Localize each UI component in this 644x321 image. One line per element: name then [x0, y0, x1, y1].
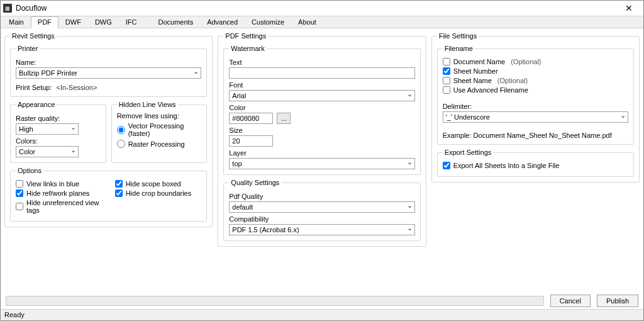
tab-about[interactable]: About: [291, 16, 323, 28]
compat-combo[interactable]: [229, 224, 414, 235]
wm-color-input[interactable]: [229, 113, 273, 124]
delimiter-label: Delimiter:: [443, 103, 628, 110]
printer-name-combo[interactable]: [16, 67, 201, 79]
pdf-settings-legend: PDF Settings: [223, 32, 268, 40]
app-icon: ▦: [3, 4, 12, 13]
publish-button[interactable]: Publish: [597, 295, 638, 307]
colors-label: Colors:: [16, 137, 101, 145]
appearance-group: Appearance Raster quality: Colors:: [10, 101, 106, 163]
colors-combo[interactable]: [16, 146, 79, 157]
title-bar: ▦ Docuflow ✕: [1, 1, 643, 16]
hidden-line-views-group: Hidden Line Views Remove lines using: Ve…: [111, 101, 208, 163]
pdf-quality-combo[interactable]: [229, 201, 414, 213]
quality-legend: Quality Settings: [229, 179, 281, 186]
tab-dwg[interactable]: DWG: [88, 16, 119, 28]
doc-name-checkbox[interactable]: Document Name(Optional): [443, 58, 628, 65]
wm-color-label: Color: [229, 104, 414, 111]
tab-dwf[interactable]: DWF: [58, 16, 88, 28]
status-bar: Ready: [1, 309, 643, 320]
vector-processing-input[interactable]: [117, 126, 125, 134]
file-settings-group: File Settings Filename Document Name(Opt…: [431, 32, 640, 183]
raster-processing-label: Raster Processing: [128, 140, 185, 148]
appearance-legend: Appearance: [16, 101, 57, 108]
pdf-quality-label: Pdf Quality: [229, 193, 414, 200]
printer-name-label: Name:: [16, 59, 201, 66]
raster-processing-radio[interactable]: Raster Processing: [117, 140, 202, 148]
watermark-group: Watermark Text Font Color ... Size Layer: [223, 45, 420, 175]
delimiter-combo[interactable]: [443, 111, 628, 123]
export-single-checkbox[interactable]: Export All Sheets Into a Single File: [443, 162, 628, 169]
print-setup-label: Print Setup:: [16, 84, 52, 91]
wm-layer-combo[interactable]: [229, 158, 414, 169]
export-legend: Export Settings: [443, 149, 494, 156]
hide-ref-checkbox[interactable]: Hide ref/work planes: [16, 189, 103, 197]
wm-layer-label: Layer: [229, 149, 414, 157]
compat-label: Compatibility: [229, 215, 414, 223]
progress-bar: [6, 296, 544, 306]
tab-pdf[interactable]: PDF: [31, 16, 58, 28]
close-button[interactable]: ✕: [617, 1, 641, 15]
hide-crop-checkbox[interactable]: Hide crop boundaries: [115, 189, 202, 197]
quality-settings-group: Quality Settings Pdf Quality Compatibili…: [223, 179, 420, 241]
hide-unref-checkbox[interactable]: Hide unreferenced view tags: [16, 199, 103, 214]
sheet-number-checkbox[interactable]: Sheet Number: [443, 67, 628, 75]
revit-settings-group: Revit Settings Printer Name: Print Setup…: [4, 32, 213, 227]
hide-scope-checkbox[interactable]: Hide scope boxed: [115, 180, 202, 188]
tab-ifc[interactable]: IFC: [119, 16, 144, 28]
vector-processing-label: Vector Processing (faster): [128, 122, 202, 137]
revit-settings-legend: Revit Settings: [10, 32, 57, 40]
raster-processing-input[interactable]: [117, 140, 125, 148]
tab-customize[interactable]: Customize: [245, 16, 291, 28]
options-legend: Options: [16, 167, 43, 174]
printer-group: Printer Name: Print Setup: <In-Session>: [10, 45, 207, 97]
vector-processing-radio[interactable]: Vector Processing (faster): [117, 122, 202, 137]
wm-text-input[interactable]: [229, 67, 414, 79]
options-group: Options View links in blue Hide ref/work…: [10, 167, 207, 222]
tab-main[interactable]: Main: [2, 16, 31, 28]
wm-text-label: Text: [229, 59, 414, 66]
wm-font-label: Font: [229, 81, 414, 89]
print-setup-value: <In-Session>: [57, 84, 97, 91]
tab-advanced[interactable]: Advanced: [200, 16, 245, 28]
wm-size-label: Size: [229, 127, 414, 134]
tab-documents[interactable]: Documents: [152, 16, 201, 28]
view-links-checkbox[interactable]: View links in blue: [16, 180, 103, 188]
remove-lines-label: Remove lines using:: [117, 112, 202, 120]
content-area: Revit Settings Printer Name: Print Setup…: [1, 28, 643, 293]
sheet-name-checkbox[interactable]: Sheet Name(Optional): [443, 77, 628, 84]
export-settings-group: Export Settings Export All Sheets Into a…: [437, 149, 634, 177]
status-text: Ready: [4, 311, 25, 318]
advanced-filename-checkbox[interactable]: Use Advanced Filename: [443, 86, 628, 94]
hidden-line-legend: Hidden Line Views: [117, 101, 178, 108]
file-settings-legend: File Settings: [437, 32, 479, 40]
printer-legend: Printer: [16, 45, 40, 52]
watermark-legend: Watermark: [229, 45, 266, 52]
wm-font-combo[interactable]: [229, 90, 414, 101]
filename-group: Filename Document Name(Optional) Sheet N…: [437, 45, 634, 145]
tab-bar: Main PDF DWF DWG IFC Documents Advanced …: [1, 16, 643, 28]
raster-quality-label: Raster quality:: [16, 115, 101, 122]
pdf-settings-group: PDF Settings Watermark Text Font Color .…: [218, 32, 426, 247]
raster-quality-combo[interactable]: [16, 123, 79, 135]
cancel-button[interactable]: Cancel: [550, 295, 591, 307]
wm-size-input[interactable]: [229, 135, 273, 147]
footer-row: Cancel Publish: [1, 293, 643, 309]
wm-color-picker-button[interactable]: ...: [277, 113, 291, 124]
filename-legend: Filename: [443, 45, 475, 52]
filename-example: Example: Document Name_Sheet No_Sheet Na…: [443, 132, 628, 139]
window-title: Docuflow: [16, 4, 47, 13]
